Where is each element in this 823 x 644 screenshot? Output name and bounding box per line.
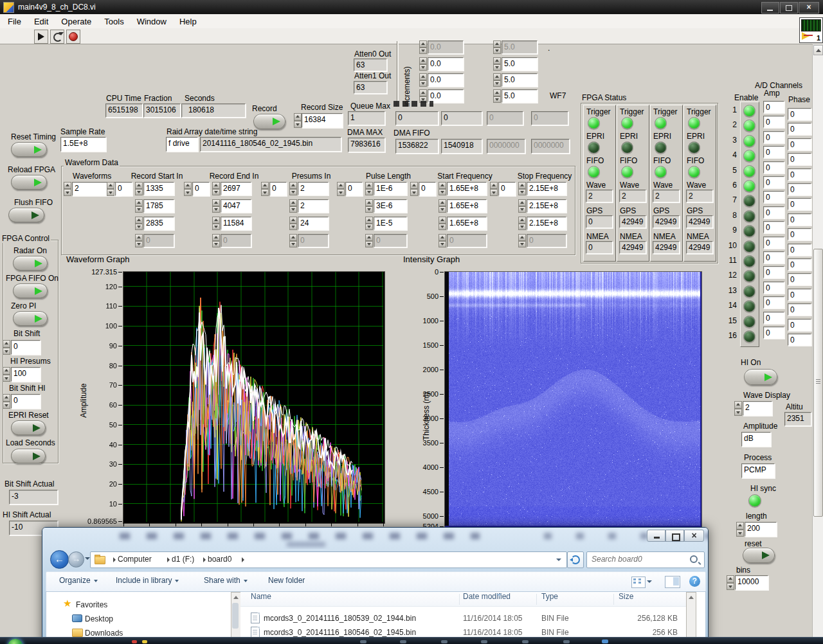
search-icon[interactable] bbox=[690, 555, 698, 563]
ad-amp-value-2[interactable]: 0 bbox=[763, 116, 784, 128]
atten-step-spinner-0[interactable] bbox=[419, 40, 427, 54]
waveform-plot-frame[interactable] bbox=[123, 271, 385, 524]
wf-value-spinner-2-1[interactable] bbox=[289, 199, 297, 213]
ad-amp-value-6[interactable]: 0 bbox=[763, 176, 784, 188]
raid-drive-value[interactable]: f drive bbox=[166, 137, 198, 152]
ad-phase-value-16[interactable]: 0 bbox=[788, 334, 811, 346]
scroll-up-arrow[interactable] bbox=[813, 45, 823, 55]
gain-step-value-2[interactable]: 5.0 bbox=[502, 73, 538, 87]
wf-value-5-2[interactable]: 2.15E+8 bbox=[527, 217, 566, 230]
record-toggle[interactable] bbox=[253, 114, 285, 129]
ad-enable-led-3[interactable] bbox=[743, 135, 755, 147]
ad-amp-value-7[interactable]: 0 bbox=[763, 191, 784, 203]
ad-amp-value-15[interactable]: 0 bbox=[763, 312, 784, 324]
radar-on-toggle[interactable] bbox=[13, 256, 48, 271]
wf-col-index-spinner-0[interactable] bbox=[107, 182, 114, 196]
hi-on-toggle[interactable] bbox=[744, 369, 777, 385]
wf-value-spinner-2-3[interactable] bbox=[289, 234, 297, 247]
wf-value-spinner-5-0[interactable] bbox=[518, 182, 526, 195]
ad-enable-led-11[interactable] bbox=[743, 255, 755, 267]
file-row[interactable]: mcords3_0_20141116_180539_02_1944.bin11/… bbox=[240, 611, 696, 625]
reset-toggle[interactable] bbox=[743, 548, 775, 563]
ad-phase-value-15[interactable]: 0 bbox=[788, 319, 811, 331]
reset-timing-toggle[interactable] bbox=[11, 142, 47, 157]
sidebar-item-downloads[interactable]: Downloads bbox=[85, 629, 123, 638]
wf-value-spinner-1-0[interactable] bbox=[212, 182, 220, 195]
atten-step-value-2[interactable]: 0.0 bbox=[428, 73, 464, 87]
bit-shift-value[interactable]: 0 bbox=[11, 340, 41, 355]
gain-step-spinner-2[interactable] bbox=[493, 73, 501, 87]
panel-vertical-scrollbar[interactable] bbox=[812, 44, 823, 639]
crumb-drive[interactable]: d1 (F:) bbox=[172, 555, 194, 564]
wf-col-index-spinner-3[interactable] bbox=[337, 182, 345, 196]
column-header-name[interactable]: Name bbox=[251, 592, 271, 606]
bit-shift-spinner[interactable] bbox=[3, 340, 10, 355]
wf-col-index-spinner-5[interactable] bbox=[490, 182, 498, 196]
wf-value-spinner-4-0[interactable] bbox=[439, 182, 446, 195]
ad-phase-value-9[interactable]: 0 bbox=[788, 228, 811, 240]
fpga-fifo-on-toggle[interactable] bbox=[13, 283, 48, 298]
start-orb[interactable] bbox=[8, 639, 23, 644]
new-folder-button[interactable]: New folder bbox=[268, 576, 305, 585]
ad-phase-value-6[interactable]: 0 bbox=[788, 183, 811, 195]
abort-button[interactable] bbox=[66, 30, 80, 44]
record-size-value[interactable]: 16384 bbox=[302, 113, 343, 128]
ad-enable-led-5[interactable] bbox=[743, 165, 755, 177]
ad-amp-value-13[interactable]: 0 bbox=[763, 282, 784, 294]
load-seconds-toggle[interactable] bbox=[11, 449, 46, 463]
run-button[interactable] bbox=[34, 30, 48, 44]
nav-pane-scrollbar[interactable] bbox=[231, 592, 241, 644]
scroll-thumb[interactable] bbox=[813, 249, 823, 517]
gain-step-spinner-1[interactable] bbox=[493, 57, 501, 71]
ad-amp-value-4[interactable]: 0 bbox=[763, 146, 784, 158]
refresh-button[interactable] bbox=[567, 551, 584, 568]
atten-step-spinner-1[interactable] bbox=[419, 57, 427, 71]
vi-icon-badge[interactable]: 1 bbox=[799, 17, 823, 43]
reload-fpga-toggle[interactable] bbox=[11, 175, 47, 190]
wf-col-index-spinner-4[interactable] bbox=[410, 182, 418, 196]
wf-col-index-1[interactable]: 0 bbox=[192, 182, 210, 196]
wf-value-spinner-4-2[interactable] bbox=[439, 217, 446, 230]
ad-phase-value-4[interactable]: 0 bbox=[788, 153, 811, 165]
ad-amp-value-11[interactable]: 0 bbox=[763, 251, 784, 264]
wf-value-spinner-3-0[interactable] bbox=[365, 182, 373, 195]
ad-phase-value-12[interactable]: 0 bbox=[788, 273, 811, 285]
sidebar-item-desktop[interactable]: Desktop bbox=[85, 614, 113, 623]
ad-phase-value-14[interactable]: 0 bbox=[788, 303, 811, 316]
ad-amp-value-16[interactable]: 0 bbox=[763, 326, 784, 339]
wf-value-spinner-2-2[interactable] bbox=[289, 217, 297, 230]
wf-value-3-2[interactable]: 1E-5 bbox=[374, 217, 407, 230]
ad-phase-value-2[interactable]: 0 bbox=[788, 123, 811, 135]
file-pane-scrollbar[interactable] bbox=[686, 592, 696, 644]
hi-presums-spinner[interactable] bbox=[3, 367, 10, 382]
ad-amp-value-14[interactable]: 0 bbox=[763, 296, 784, 309]
wf-col-index-0[interactable]: 0 bbox=[115, 182, 132, 196]
bit-shift-hi-spinner[interactable] bbox=[3, 394, 10, 409]
ad-enable-led-16[interactable] bbox=[743, 330, 755, 343]
ad-amp-value-5[interactable]: 0 bbox=[763, 161, 784, 174]
preview-pane-button[interactable] bbox=[665, 576, 680, 588]
explorer-window[interactable]: × ← → Computer d1 (F:) board0 Search boa… bbox=[42, 527, 709, 644]
wf-value-2-2[interactable]: 24 bbox=[298, 217, 329, 230]
menu-file[interactable]: File bbox=[1, 17, 28, 26]
wf-value-1-2[interactable]: 11584 bbox=[221, 217, 251, 230]
amplitude-value[interactable]: dB bbox=[741, 432, 771, 447]
wf-value-spinner-0-3[interactable] bbox=[135, 234, 143, 247]
wave-display-spinner[interactable] bbox=[734, 401, 742, 416]
wf-value-spinner-2-0[interactable] bbox=[289, 182, 297, 195]
wf-col-index-5[interactable]: 0 bbox=[498, 182, 516, 196]
address-bar[interactable]: Computer d1 (F:) board0 bbox=[90, 551, 567, 568]
menu-edit[interactable]: Edit bbox=[28, 17, 55, 26]
ad-phase-value-10[interactable]: 0 bbox=[788, 244, 811, 256]
ad-phase-value-11[interactable]: 0 bbox=[788, 258, 811, 271]
wf-value-spinner-0-2[interactable] bbox=[135, 217, 143, 230]
ad-amp-value-3[interactable]: 0 bbox=[763, 131, 784, 143]
wf-value-5-1[interactable]: 2.15E+8 bbox=[527, 199, 566, 213]
wf-value-1-1[interactable]: 4047 bbox=[221, 199, 251, 213]
sample-rate-value[interactable]: 1.5E+8 bbox=[60, 137, 106, 152]
atten-step-spinner-2[interactable] bbox=[419, 73, 427, 87]
views-button[interactable] bbox=[631, 577, 646, 588]
share-with-menu[interactable]: Share with bbox=[204, 576, 248, 585]
atten-step-value-1[interactable]: 0.0 bbox=[428, 57, 464, 71]
explorer-maximize-button[interactable] bbox=[665, 530, 684, 542]
